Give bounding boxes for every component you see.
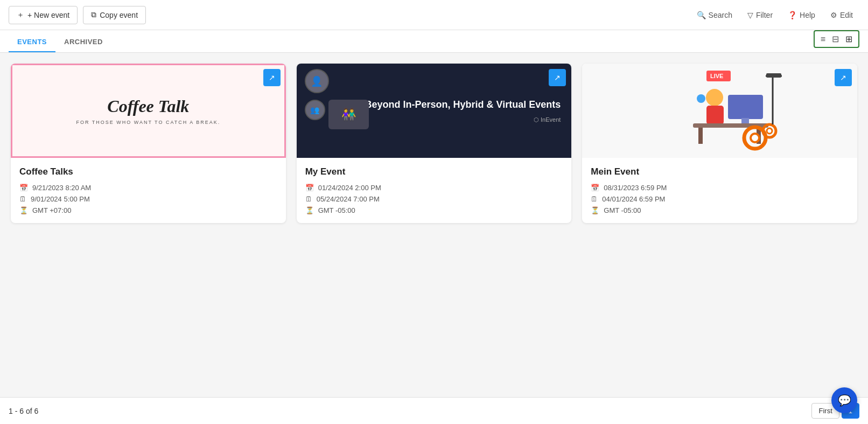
main-content: Coffee Talk For those who want to catch … [0, 53, 868, 397]
toolbar: ＋ + New event ⧉ Copy event 🔍 Search ▽ Fi… [0, 0, 868, 30]
mein-illustration: LIVE [582, 64, 857, 158]
start-date-myevent: 01/24/2024 2:00 PM [318, 184, 381, 192]
card-body-myevent: My Event 📅 01/24/2024 2:00 PM 🗓 05/24/20… [297, 158, 572, 223]
clock-icon-meinevent: ⏳ [591, 206, 599, 214]
tabs-container: EVENTS ARCHIVED ≡ ⊟ ⊞ [0, 30, 868, 53]
meinevent-banner: LIVE [582, 64, 857, 158]
edit-button[interactable]: ⚙ Edit [824, 7, 859, 23]
end-date-coffee: 9/01/2024 5:00 PM [31, 195, 90, 203]
card-meta-coffee: 📅 9/21/2023 8:20 AM 🗓 9/01/2024 5:00 PM … [19, 184, 277, 214]
card-title-meinevent: Mein Event [591, 166, 849, 177]
myevent-headline: Go Beyond In-Person, Hybrid & Virtual Ev… [349, 98, 561, 112]
meta-tz-coffee: ⏳ GMT +07:00 [19, 206, 277, 214]
list-view-button[interactable]: ≡ [818, 33, 828, 45]
card-meta-meinevent: 📅 08/31/2023 6:59 PM 🗓 04/01/2024 6:59 P… [591, 184, 849, 214]
bottom-bar: 1 - 6 of 6 First 1 [0, 397, 868, 424]
list-icon: ≡ [821, 34, 825, 44]
myevent-logo: ⬡ InEvent [349, 116, 561, 123]
calendar-start-icon: 📅 [19, 184, 28, 192]
end-date-myevent: 05/24/2024 7:00 PM [317, 195, 380, 203]
myevent-photos: 👤 👥 👫 [305, 69, 369, 129]
copy-icon: ⧉ [91, 10, 96, 19]
meta-end-myevent: 🗓 05/24/2024 7:00 PM [305, 195, 563, 203]
card-image-myevent: 👤 👥 👫 Go Beyond In-Person, Hybrid & Virt… [297, 64, 572, 158]
columns-icon: ⊟ [832, 34, 839, 44]
columns-view-button[interactable]: ⊟ [829, 33, 842, 45]
chat-bubble[interactable]: 💬 [831, 387, 857, 413]
svg-point-13 [767, 128, 772, 134]
gear-icon: ⚙ [830, 11, 837, 19]
card-image-meinevent: LIVE [582, 64, 857, 158]
meta-tz-myevent: ⏳ GMT -05:00 [305, 206, 563, 214]
start-date-coffee: 9/21/2023 8:20 AM [32, 184, 91, 192]
plus-icon: ＋ [17, 10, 24, 20]
event-card-coffee-talks[interactable]: Coffee Talk For those who want to catch … [11, 64, 286, 223]
chat-icon: 💬 [838, 394, 851, 407]
calendar-end-icon-meinevent: 🗓 [591, 195, 598, 203]
photo-circle-2: 👥 [305, 100, 325, 120]
filter-button[interactable]: ▽ Filter [741, 7, 779, 23]
open-myevent-button[interactable]: ↗ [549, 69, 566, 86]
new-event-button[interactable]: ＋ + New event [9, 6, 78, 24]
events-grid: Coffee Talk For those who want to catch … [11, 64, 857, 223]
card-image-coffee: Coffee Talk For those who want to catch … [11, 64, 286, 158]
svg-rect-8 [698, 128, 703, 144]
filter-icon: ▽ [747, 11, 753, 19]
svg-point-5 [706, 89, 723, 106]
end-date-meinevent: 04/01/2024 6:59 PM [602, 195, 665, 203]
meta-end-coffee: 🗓 9/01/2024 5:00 PM [19, 195, 277, 203]
clock-icon-myevent: ⏳ [305, 206, 314, 214]
card-body-meinevent: Mein Event 📅 08/31/2023 6:59 PM 🗓 04/01/… [582, 158, 857, 223]
meta-start-meinevent: 📅 08/31/2023 6:59 PM [591, 184, 849, 192]
coffee-title-image-text: Coffee Talk [107, 96, 189, 116]
help-button[interactable]: ❓ Help [781, 7, 822, 23]
card-body-coffee: Coffee Talks 📅 9/21/2023 8:20 AM 🗓 9/01/… [11, 158, 286, 223]
coffee-banner: Coffee Talk For those who want to catch … [11, 64, 286, 158]
meta-end-meinevent: 🗓 04/01/2024 6:59 PM [591, 195, 849, 203]
help-icon: ❓ [788, 11, 797, 19]
edit-label: Edit [840, 11, 853, 19]
photo-rect: 👫 [328, 100, 369, 129]
event-card-mein-event[interactable]: LIVE [582, 64, 857, 223]
tab-archived[interactable]: ARCHIVED [55, 30, 111, 52]
tab-events[interactable]: EVENTS [9, 30, 55, 52]
help-label: Help [800, 11, 815, 19]
pagination-info: 1 - 6 of 6 [9, 407, 38, 415]
inevent-logo-text: ⬡ [534, 116, 541, 123]
search-button[interactable]: 🔍 Search [690, 7, 739, 23]
toolbar-right: 🔍 Search ▽ Filter ❓ Help ⚙ Edit [690, 7, 859, 23]
calendar-start-icon-meinevent: 📅 [591, 184, 599, 192]
svg-point-11 [751, 134, 759, 142]
filter-label: Filter [756, 11, 773, 19]
calendar-end-icon: 🗓 [19, 195, 26, 203]
start-date-meinevent: 08/31/2023 6:59 PM [604, 184, 667, 192]
search-icon: 🔍 [697, 11, 706, 19]
calendar-end-icon-myevent: 🗓 [305, 195, 312, 203]
clock-icon-coffee: ⏳ [19, 206, 28, 214]
open-meinevent-button[interactable]: ↗ [835, 69, 852, 86]
timezone-coffee: GMT +07:00 [32, 206, 71, 214]
grid-view-button[interactable]: ⊞ [843, 33, 855, 45]
card-meta-myevent: 📅 01/24/2024 2:00 PM 🗓 05/24/2024 7:00 P… [305, 184, 563, 214]
meta-tz-meinevent: ⏳ GMT -05:00 [591, 206, 849, 214]
coffee-subtitle-image-text: For those who want to catch a break. [76, 120, 220, 125]
event-card-my-event[interactable]: 👤 👥 👫 Go Beyond In-Person, Hybrid & Virt… [297, 64, 572, 223]
new-event-label: + New event [27, 11, 69, 19]
photo-circle-1: 👤 [305, 69, 329, 93]
open-coffee-button[interactable]: ↗ [263, 69, 281, 86]
myevent-text: Go Beyond In-Person, Hybrid & Virtual Ev… [349, 98, 561, 123]
timezone-myevent: GMT -05:00 [318, 206, 355, 214]
timezone-meinevent: GMT -05:00 [604, 206, 641, 214]
myevent-banner: 👤 👥 👫 Go Beyond In-Person, Hybrid & Virt… [297, 64, 572, 158]
card-title-myevent: My Event [305, 166, 563, 177]
copy-event-button[interactable]: ⧉ Copy event [83, 6, 146, 24]
meta-start-myevent: 📅 01/24/2024 2:00 PM [305, 184, 563, 192]
view-controls: ≡ ⊟ ⊞ [814, 30, 859, 48]
svg-rect-16 [766, 73, 781, 78]
svg-rect-6 [706, 106, 724, 124]
toolbar-left: ＋ + New event ⧉ Copy event [9, 6, 146, 24]
svg-point-17 [697, 94, 705, 103]
mein-svg: LIVE [650, 65, 790, 157]
search-label: Search [709, 11, 732, 19]
svg-rect-2 [728, 95, 763, 119]
